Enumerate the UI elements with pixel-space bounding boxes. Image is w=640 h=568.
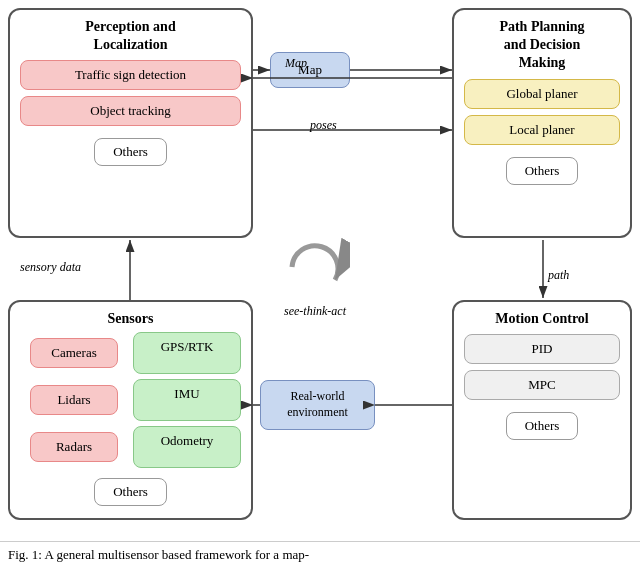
path-label: path [548, 268, 569, 283]
gps-rtk: GPS/RTK [133, 332, 241, 374]
map-arrow-label: Map [285, 56, 307, 71]
caption-text: Fig. 1: A general multisensor based fram… [8, 547, 309, 562]
realworld-label: Real-worldenvironment [287, 389, 348, 420]
radars: Radars [30, 432, 118, 462]
map-box: Map [270, 52, 350, 88]
lidars: Lidars [30, 385, 118, 415]
pathplanning-others: Others [506, 157, 579, 185]
motioncontrol-title: Motion Control [454, 310, 630, 328]
poses-label: poses [310, 118, 337, 133]
pid: PID [464, 334, 620, 364]
sensor-grid: Cameras GPS/RTK Lidars IMU Radars Odomet… [20, 332, 241, 468]
global-planer: Global planer [464, 79, 620, 109]
sensors-box: Sensors Cameras GPS/RTK Lidars IMU Radar… [8, 300, 253, 520]
see-think-act-label: see-think-act [284, 304, 346, 319]
pathplanning-box: Path Planningand DecisionMaking Global p… [452, 8, 632, 238]
see-think-act-area: see-think-act [245, 215, 385, 335]
mpc: MPC [464, 370, 620, 400]
perception-box: Perception andLocalization Traffic sign … [8, 8, 253, 238]
motioncontrol-others: Others [506, 412, 579, 440]
circular-arrow-icon [280, 232, 350, 302]
sensory-data-label: sensory data [20, 260, 81, 275]
local-planer: Local planer [464, 115, 620, 145]
realworld-box: Real-worldenvironment [260, 380, 375, 430]
caption: Fig. 1: A general multisensor based fram… [0, 541, 640, 568]
perception-others: Others [94, 138, 167, 166]
sensors-title: Sensors [10, 310, 251, 328]
object-tracking: Object tracking [20, 96, 241, 126]
motioncontrol-box: Motion Control PID MPC Others [452, 300, 632, 520]
sensors-others: Others [94, 478, 167, 506]
imu: IMU [133, 379, 241, 421]
traffic-sign-detection: Traffic sign detection [20, 60, 241, 90]
cameras: Cameras [30, 338, 118, 368]
odometry: Odometry [133, 426, 241, 468]
pathplanning-title: Path Planningand DecisionMaking [454, 18, 630, 73]
perception-title: Perception andLocalization [10, 18, 251, 54]
